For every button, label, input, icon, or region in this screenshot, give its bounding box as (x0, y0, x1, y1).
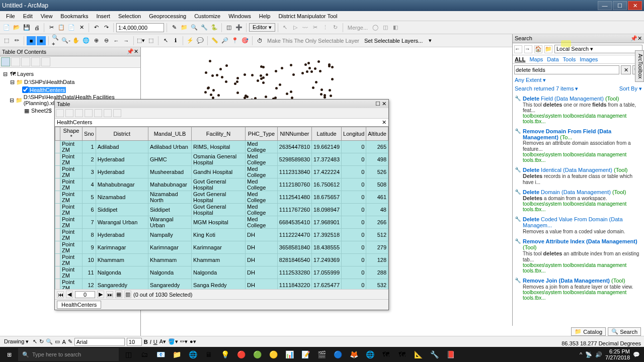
table-tab[interactable]: HealthCenters (57, 301, 101, 309)
result-count-link[interactable]: Search returned 7 items ▾ (515, 85, 619, 92)
clear-search-icon[interactable]: ✕ (621, 65, 631, 74)
go-to-xy-icon[interactable]: 🎯 (240, 36, 250, 45)
tb2-sel1[interactable]: ■ (27, 36, 36, 45)
column-header[interactable]: District (96, 127, 148, 141)
union-icon[interactable]: ◫ (381, 23, 390, 32)
app-icon[interactable]: 🟢 (250, 347, 265, 361)
search-fwd-icon[interactable]: → (524, 45, 532, 53)
redo-icon[interactable]: ↷ (102, 23, 111, 32)
buffer-icon[interactable]: ◯ (371, 23, 380, 32)
app-icon[interactable]: 💡 (217, 347, 232, 361)
result-title[interactable]: Delete Coded Value From Domain (Data Man… (523, 216, 642, 228)
search-extent-link[interactable]: Any Extent ▾ (513, 76, 644, 84)
tb2-sel2[interactable]: ■ (37, 36, 46, 45)
table-titlebar[interactable]: Table ☐ ✕ (55, 100, 388, 108)
tray-icon[interactable]: 📡 (585, 351, 592, 358)
column-header[interactable]: Longitud (342, 127, 366, 141)
save-icon[interactable]: 💾 (22, 23, 31, 32)
app-icon[interactable]: 🖥 (201, 347, 216, 361)
clear-sel-icon[interactable] (94, 109, 102, 117)
menu-windows[interactable]: Windows (224, 12, 255, 20)
column-header[interactable]: PHC_Type (245, 127, 277, 141)
result-path[interactable]: toolboxes\system toolboxes\data manageme… (523, 290, 642, 301)
app-icon[interactable]: 🟡 (266, 347, 281, 361)
minimize-button[interactable]: — (598, 1, 612, 10)
cut-icon[interactable]: ✂ (47, 23, 56, 32)
result-title[interactable]: Delete Identical (Data Management) (Tool… (523, 167, 642, 173)
task-view-icon[interactable]: ◫ (121, 347, 136, 361)
toolbox-icon[interactable]: 🔧 (200, 23, 209, 32)
search-result[interactable]: Delete Domain (Data Management) (Tool)De… (514, 188, 643, 215)
pan-icon[interactable]: ✋ (71, 36, 80, 45)
paste-icon[interactable]: 📄 (67, 23, 76, 32)
row-selector[interactable] (55, 266, 60, 279)
first-record-icon[interactable]: ⏮ (57, 291, 64, 298)
table-grid[interactable]: Shape *SnoDistrictMandal_ULBFacility_NPH… (55, 127, 388, 289)
table-maximize-icon[interactable]: ☐ (375, 101, 380, 107)
row-selector[interactable] (55, 279, 60, 290)
column-header[interactable]: Shape * (60, 127, 83, 141)
search-result[interactable]: Remove Domain From Field (Data Managemen… (514, 127, 643, 165)
column-header[interactable]: Latitude (312, 127, 342, 141)
table-row[interactable]: Point ZM11NalgondaNalgondaNalgondaDH1112… (55, 266, 388, 279)
app-icon[interactable]: 🔧 (427, 347, 442, 361)
list-by-drawing-icon[interactable] (1, 57, 10, 66)
search-input[interactable] (514, 65, 619, 74)
result-title[interactable]: Remove Attribute Index (Data Management)… (523, 238, 642, 250)
clip-icon[interactable]: ◧ (391, 23, 400, 32)
column-header[interactable]: Altitude (366, 127, 388, 141)
show-all-icon[interactable]: ▦ (115, 291, 122, 298)
menu-geoprocessing[interactable]: Geoprocessing (145, 12, 190, 20)
table-row[interactable]: Point ZM4MahabubnagarMahabubnagarGovt Ge… (55, 178, 388, 191)
notification-icon[interactable]: 💬 (633, 351, 640, 358)
copy-icon[interactable]: 📋 (57, 23, 66, 32)
zoom-selected-icon[interactable] (104, 109, 112, 117)
table-row[interactable]: Point ZM3HyderabadMusheerabadGandhi Hosp… (55, 166, 388, 178)
table-tab-close-icon[interactable]: ✕ (382, 119, 386, 126)
switch-selection-icon[interactable] (85, 109, 93, 117)
tb2-icon[interactable]: ⬚ (2, 36, 11, 45)
app-icon[interactable]: 📝 (298, 347, 313, 361)
layer-healthcenters[interactable]: HealthCenters (2, 86, 138, 94)
app-icon[interactable]: 🎬 (314, 347, 329, 361)
rotate-icon[interactable]: ↻ (331, 23, 340, 32)
tab-images[interactable]: Images (580, 56, 598, 62)
undo-icon[interactable]: ↶ (92, 23, 101, 32)
result-path[interactable]: toolboxes\system toolboxes\data manageme… (523, 152, 642, 163)
tab-data[interactable]: Data (547, 56, 558, 62)
app-icon[interactable]: 📊 (282, 347, 297, 361)
column-header[interactable]: Mandal_ULB (148, 127, 191, 141)
catalog-tab-button[interactable]: 📁 Catalog (571, 327, 606, 336)
split-icon[interactable]: ⋮ (321, 23, 330, 32)
result-title[interactable]: Remove Join (Data Management) (Tool) (523, 278, 642, 284)
table-row[interactable]: Point ZM1AdilabadAdilabad UrbanRIMS, Hos… (55, 141, 388, 153)
toc-pin-icon[interactable]: 📌 (127, 48, 134, 55)
table-row[interactable]: Point ZM9KarimnagarKarimnagarKarimnagarD… (55, 241, 388, 254)
result-title[interactable]: Delete Domain (Data Management) (Tool) (523, 189, 642, 195)
merge-button[interactable]: Merge... (346, 25, 370, 31)
arctoolbox-side-tab[interactable]: ArcToolbox (635, 50, 644, 82)
table-row[interactable]: Point ZM6SiddipetSiddipetGovt General Ho… (55, 204, 388, 216)
close-button[interactable]: ✕ (628, 1, 642, 10)
add-data-icon[interactable]: ➕ (234, 23, 244, 32)
hyperlink-icon[interactable]: ⚡ (186, 36, 195, 45)
search-result[interactable]: Delete Identical (Data Management) (Tool… (514, 165, 643, 188)
table-options-icon[interactable] (56, 109, 64, 117)
app-icon[interactable]: 🔵 (330, 347, 345, 361)
set-selectable-button[interactable]: Set Selectable Layers... (362, 38, 425, 44)
clear-selection-icon[interactable]: ⬚ (146, 36, 155, 45)
html-popup-icon[interactable]: 💬 (196, 36, 205, 45)
table-row[interactable]: Point ZM2HyderabadGHMCOsmania General Ho… (55, 153, 388, 166)
table-row[interactable]: Point ZM12SangareddySangareddySanga Redd… (55, 279, 388, 290)
related-tables-icon[interactable] (65, 109, 73, 117)
new-icon[interactable]: 📄 (2, 23, 11, 32)
app-icon[interactable]: 📐 (411, 347, 426, 361)
column-header[interactable]: Sno (83, 127, 96, 141)
tray-time[interactable]: 6:25 PM (605, 348, 630, 354)
select-elements-icon[interactable]: ↖ (161, 36, 170, 45)
row-selector[interactable] (55, 191, 60, 204)
tb2-icon2[interactable]: ✏ (12, 36, 21, 45)
table-row[interactable]: Point ZM5NizamabadNizamabad NorthGovt Ge… (55, 191, 388, 204)
list-by-visibility-icon[interactable] (21, 57, 30, 66)
select-by-attr-icon[interactable] (75, 109, 83, 117)
